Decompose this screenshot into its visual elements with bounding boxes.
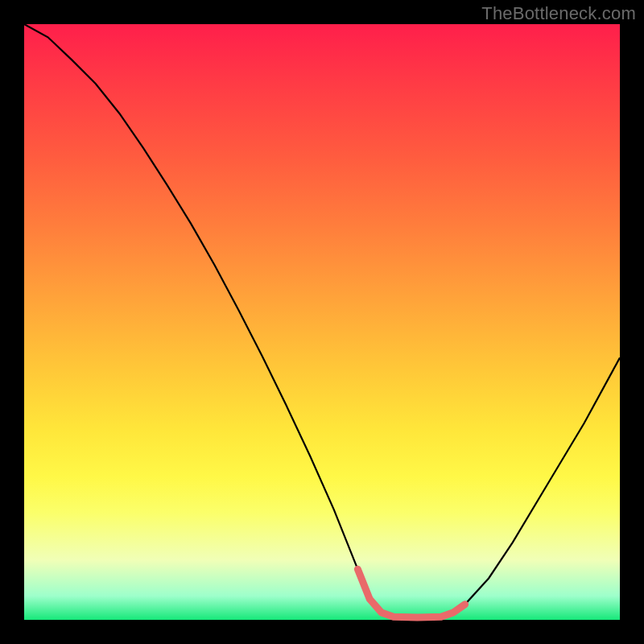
- chart-stage: TheBottleneck.com: [0, 0, 644, 644]
- main-curve: [24, 24, 620, 617]
- plot-area: [24, 24, 620, 620]
- accent-curve: [357, 569, 464, 617]
- chart-svg: [24, 24, 620, 620]
- watermark-label: TheBottleneck.com: [481, 3, 636, 24]
